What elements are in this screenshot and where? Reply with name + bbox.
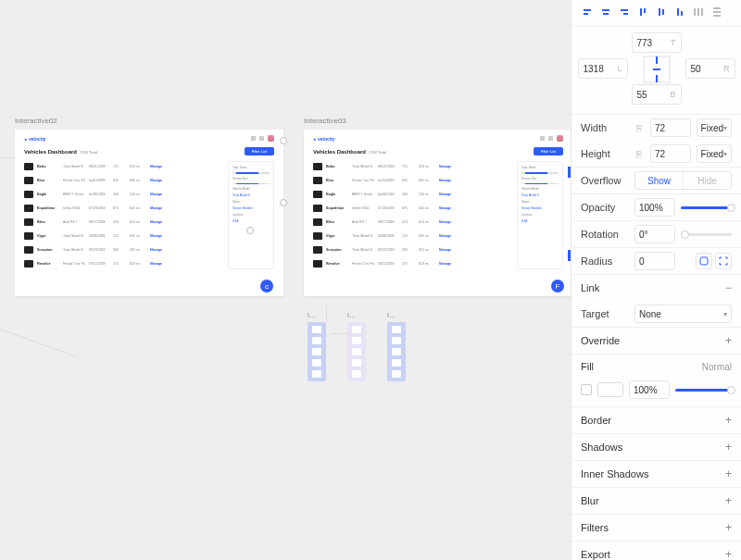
opacity-slider[interactable] xyxy=(681,206,732,209)
radius-individual-icon[interactable] xyxy=(715,253,732,269)
overflow-segment[interactable]: Show Hide xyxy=(634,171,732,190)
add-icon[interactable]: + xyxy=(725,521,732,534)
height-label: Height xyxy=(581,148,628,159)
link-section[interactable]: Link− xyxy=(571,274,741,301)
align-right-icon[interactable] xyxy=(618,6,631,20)
connector-dot[interactable] xyxy=(280,137,287,144)
table-row[interactable]: ElonHonda Civic F4ha/14/4099845845 miMan… xyxy=(24,175,222,186)
radius-input[interactable]: 0 xyxy=(634,252,675,270)
artboard-label: Interactive03 xyxy=(304,117,346,125)
padding-left-input[interactable]: 1318L xyxy=(578,58,628,79)
connector-dot[interactable] xyxy=(246,227,254,234)
align-center-h-icon[interactable] xyxy=(599,6,612,20)
radius-all-icon[interactable] xyxy=(696,253,712,269)
width-input[interactable]: 72 xyxy=(650,118,691,137)
component-strip[interactable]: I… xyxy=(387,322,406,381)
width-label: Width xyxy=(581,122,628,133)
target-select[interactable]: None▾ xyxy=(634,305,732,323)
add-icon[interactable]: + xyxy=(725,414,732,427)
brand-logo: velocity xyxy=(313,136,335,142)
table-row[interactable]: BlissAudi RS 708/27/2018423624 miManage xyxy=(313,217,511,228)
align-middle-icon[interactable] xyxy=(655,6,668,20)
height-input[interactable]: 72 xyxy=(650,144,691,163)
filters-section[interactable]: Filters+ xyxy=(571,514,741,541)
padding-grid: 773T 1318L 50R 55B xyxy=(571,27,741,114)
padding-right-input[interactable]: 50R xyxy=(685,58,735,79)
vehicles-table: BeboTesla Model S08/21/2018751653 miMana… xyxy=(313,161,511,269)
fab-button[interactable]: c xyxy=(260,280,273,292)
brand-logo: velocity xyxy=(24,136,46,142)
table-row[interactable]: EagleBMW 7 Seriesba/06/2018563244 miMana… xyxy=(313,189,511,200)
distribute-v-icon[interactable] xyxy=(710,6,723,20)
artboard-interactive03[interactable]: Interactive03 velocity Vehicles Dashboar… xyxy=(304,130,571,296)
component-strip[interactable]: I… xyxy=(308,322,326,381)
svg-rect-2 xyxy=(701,8,703,16)
filter-button[interactable]: Filter List xyxy=(245,147,274,156)
artboard-interactive02[interactable]: Interactive02 velocity Vehicles Dashboar… xyxy=(15,130,283,296)
table-row[interactable]: ScorpionTesla Model S06/29/2018934452 mi… xyxy=(24,244,222,255)
blur-section[interactable]: Blur+ xyxy=(571,487,741,514)
connector-line xyxy=(0,157,15,158)
component-strip[interactable]: I… xyxy=(347,322,366,381)
border-section[interactable]: Border+ xyxy=(571,406,741,433)
page-title: Vehicles Dashboard1762 Total xyxy=(313,149,386,155)
width-mode-select[interactable]: Fixed▾ xyxy=(697,118,732,137)
overflow-hide[interactable]: Hide xyxy=(683,172,731,189)
canvas[interactable]: Interactive02 velocity Vehicles Dashboar… xyxy=(0,0,571,560)
remove-icon[interactable]: − xyxy=(725,281,732,294)
table-row[interactable]: BlissAudi RS 708/27/2018423624 miManage xyxy=(24,217,222,228)
radius-label: Radius xyxy=(581,255,629,267)
override-section[interactable]: Override+ xyxy=(571,327,741,354)
avatar xyxy=(557,135,563,142)
fill-section[interactable]: FillNormal xyxy=(571,354,741,379)
table-row[interactable]: BeboTesla Model S08/21/2018751653 miMana… xyxy=(313,161,511,172)
page-title: Vehicles Dashboard1762 Total xyxy=(24,149,97,155)
distribute-h-icon[interactable] xyxy=(692,6,705,20)
table-row[interactable]: ResolveHonda Civic F403/22/2018475823 mi… xyxy=(24,258,222,269)
add-icon[interactable]: + xyxy=(725,441,732,454)
fab-button[interactable]: F xyxy=(551,280,564,292)
padding-top-input[interactable]: 773T xyxy=(632,32,682,53)
filter-button[interactable]: Filter List xyxy=(534,147,563,156)
inner-shadows-section[interactable]: Inner Shadows+ xyxy=(571,460,741,487)
table-row[interactable]: ResolveHonda Civic F403/22/2018475823 mi… xyxy=(313,258,511,269)
lock-icon[interactable]: ⎘ xyxy=(634,149,645,159)
fill-enabled-checkbox[interactable] xyxy=(581,384,592,395)
height-mode-select[interactable]: Fixed▾ xyxy=(697,144,732,163)
overflow-label: Overflow xyxy=(581,175,629,186)
align-toolbar xyxy=(571,0,741,27)
svg-rect-3 xyxy=(713,7,721,9)
table-row[interactable]: VigorTesla Model S03/06/4098724845 miMan… xyxy=(24,230,222,242)
padding-bottom-input[interactable]: 55B xyxy=(632,84,682,105)
fill-opacity-input[interactable]: 100% xyxy=(629,380,670,399)
table-row[interactable]: ExpeditionInfiniti G56L07/23/2018875645 … xyxy=(24,203,222,214)
add-icon[interactable]: + xyxy=(725,494,732,507)
padding-center-icon[interactable] xyxy=(632,58,682,81)
align-left-icon[interactable] xyxy=(581,6,594,20)
overflow-show[interactable]: Show xyxy=(635,172,683,189)
connector-line xyxy=(331,333,347,334)
shadows-section[interactable]: Shadows+ xyxy=(571,433,741,460)
add-icon[interactable]: + xyxy=(725,467,732,480)
fill-opacity-slider[interactable] xyxy=(675,389,732,392)
fill-swatch[interactable] xyxy=(597,382,623,397)
svg-rect-0 xyxy=(694,8,696,16)
align-top-icon[interactable] xyxy=(636,6,649,20)
export-section[interactable]: Export+ xyxy=(571,541,741,560)
table-row[interactable]: ElonHonda Civic F4ha/14/4099845845 miMan… xyxy=(313,175,511,186)
table-row[interactable]: BeboTesla Model S08/21/2018751653 miMana… xyxy=(24,161,222,172)
avatar xyxy=(268,135,274,142)
align-bottom-icon[interactable] xyxy=(673,6,686,20)
add-icon[interactable]: + xyxy=(725,548,732,560)
opacity-input[interactable]: 100% xyxy=(634,198,675,217)
rotation-input[interactable]: 0° xyxy=(634,225,675,243)
header-icons xyxy=(251,135,274,142)
table-row[interactable]: EagleBMW 7 Seriesba/06/2018563244 miMana… xyxy=(24,189,222,200)
table-row[interactable]: VigorTesla Model S03/06/4098724845 miMan… xyxy=(313,230,511,242)
rotation-slider[interactable] xyxy=(681,233,732,236)
connector-dot[interactable] xyxy=(280,199,287,206)
table-row[interactable]: ScorpionTesla Model S06/29/2018934452 mi… xyxy=(313,244,511,255)
table-row[interactable]: ExpeditionInfiniti G56L07/23/2018875645 … xyxy=(313,203,511,214)
add-icon[interactable]: + xyxy=(725,334,732,347)
lock-icon[interactable]: ⎘ xyxy=(634,123,645,133)
